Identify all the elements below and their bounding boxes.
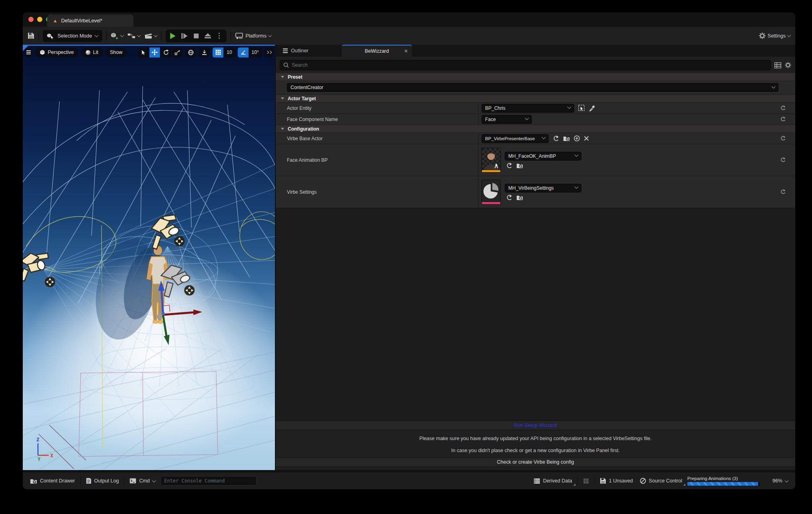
section-preset[interactable]: Preset [276, 73, 795, 81]
search-box[interactable] [280, 60, 771, 70]
blueprint-node-icon [127, 33, 135, 39]
task-label: Preparing Animations (3) [687, 476, 760, 481]
add-actor-button[interactable] [111, 32, 123, 39]
background-task[interactable]: Preparing Animations (3) [687, 476, 760, 486]
eyedropper-icon[interactable] [589, 105, 595, 111]
chevron-down-icon [95, 33, 99, 37]
derived-data-button[interactable]: Derived Data [532, 478, 574, 484]
face-animation-row: Face Animation BP [276, 144, 795, 176]
console-command-input[interactable] [164, 478, 253, 484]
grid-snap-value: 10 [223, 48, 235, 58]
settings-dropdown[interactable]: Settings [759, 32, 790, 39]
reset-to-default-icon[interactable] [780, 117, 786, 122]
actor-entity-label: Actor Entity [276, 103, 479, 113]
section-configuration[interactable]: Configuration [276, 125, 795, 133]
rotation-snap-value: 10° [249, 48, 262, 58]
close-window-button[interactable] [28, 17, 34, 22]
check-create-config-button[interactable]: Check or create Virbe Being config [276, 457, 795, 467]
content-drawer-button[interactable]: Content Drawer [28, 478, 77, 484]
minimize-window-button[interactable] [37, 17, 42, 22]
viewport-menu-button[interactable] [25, 48, 32, 58]
virbe-base-actor-dropdown[interactable]: BP_VirbePresenterBase [482, 134, 549, 143]
move-pad-icon[interactable] [184, 285, 195, 296]
scale-tool-button[interactable] [172, 48, 182, 58]
preset-dropdown[interactable]: ContentCreator [287, 83, 778, 92]
cmd-dropdown[interactable]: Cmd [128, 478, 157, 484]
chevron-down-icon [787, 33, 791, 37]
grid-snap-control[interactable]: 10 [213, 48, 235, 58]
view-mode-selector[interactable]: Lit [81, 48, 103, 58]
browse-to-asset-icon[interactable] [563, 135, 570, 141]
stop-icon [194, 34, 199, 38]
show-menu[interactable]: Show [105, 48, 127, 58]
search-input[interactable] [292, 62, 767, 68]
derived-data-icon [533, 478, 540, 484]
transform-tools: 10 10° [138, 48, 262, 58]
toolbar-divider [161, 31, 161, 41]
level-tab[interactable]: ▲ DefaultVirbeLevel* [47, 14, 133, 27]
use-selected-asset-icon[interactable] [506, 163, 512, 169]
pick-actor-icon[interactable] [578, 105, 585, 111]
platforms-dropdown[interactable]: Platforms [235, 33, 271, 39]
actor-entity-dropdown[interactable]: BP_Chris [482, 104, 574, 113]
perspective-selector[interactable]: Perspective [35, 48, 78, 58]
use-selected-asset-icon[interactable] [553, 135, 559, 141]
selection-mode-dropdown[interactable]: Selection Mode [43, 30, 102, 42]
tab-bewizzard[interactable]: BeWizzard ✕ [342, 45, 412, 57]
move-pad-icon[interactable] [45, 277, 55, 287]
output-log-button[interactable]: Output Log [84, 478, 121, 484]
source-control-button[interactable]: Source Control [638, 478, 684, 484]
blueprints-button[interactable] [127, 33, 140, 39]
use-selected-asset-icon[interactable] [506, 194, 512, 200]
save-button[interactable] [28, 32, 34, 39]
lit-label: Lit [93, 50, 98, 55]
unsaved-button[interactable]: 1 Unsaved [598, 478, 635, 484]
insights-button[interactable] [581, 478, 591, 484]
reset-to-default-icon[interactable] [780, 189, 786, 194]
display-options-icon[interactable] [774, 62, 781, 68]
cinematics-button[interactable] [144, 33, 157, 39]
reset-to-default-icon[interactable] [780, 136, 786, 141]
frame-skip-button[interactable] [179, 30, 190, 42]
level-viewport[interactable]: Z X Y Perspective Lit Show [23, 45, 275, 470]
viewport-3d-scene[interactable]: Z X Y [23, 45, 275, 470]
eject-button[interactable] [202, 30, 213, 42]
collapse-triangle-icon [281, 76, 284, 78]
select-tool-button[interactable] [138, 48, 149, 58]
move-tool-button[interactable] [149, 48, 160, 58]
vertical-dots-icon [219, 33, 220, 39]
api-config-note-1: Please make sure you have already update… [276, 436, 795, 441]
browse-to-asset-icon[interactable] [516, 163, 523, 169]
run-setup-wizzard-button[interactable]: Run Setup Wizzard [276, 421, 795, 430]
face-animation-thumbnail[interactable] [482, 148, 501, 173]
face-animation-dropdown[interactable]: MH_FaceOK_AnimBP [505, 152, 581, 161]
clear-asset-icon[interactable] [584, 136, 589, 141]
add-asset-icon[interactable] [574, 135, 580, 141]
reset-to-default-icon[interactable] [780, 157, 786, 163]
stop-button[interactable] [190, 30, 202, 42]
globe-icon [188, 50, 194, 56]
virbe-settings-thumbnail[interactable] [482, 180, 501, 204]
virbe-settings-dropdown[interactable]: MH_VirBeingSettings [505, 184, 581, 193]
section-actor-target[interactable]: Actor Target [276, 95, 795, 103]
face-component-dropdown[interactable]: Face [482, 115, 532, 124]
browse-to-asset-icon[interactable] [516, 194, 523, 200]
close-tab-icon[interactable]: ✕ [404, 48, 408, 54]
bewizzard-panel-body: Preset ContentCreator Actor Target Actor… [276, 57, 795, 470]
world-space-toggle[interactable] [185, 48, 196, 58]
editor-scale-dropdown[interactable]: 96% [771, 478, 790, 484]
rotation-snap-control[interactable]: 10° [238, 48, 262, 58]
surface-snap-button[interactable] [199, 48, 209, 58]
tab-outliner[interactable]: Outliner [279, 45, 312, 57]
toolbar-overflow-button[interactable] [265, 48, 273, 58]
eject-icon [205, 33, 211, 38]
reset-to-default-icon[interactable] [780, 105, 786, 111]
viewport-focus-border [23, 45, 275, 46]
move-pad-icon[interactable] [174, 236, 185, 246]
panel-settings-gear-icon[interactable] [785, 62, 791, 68]
play-button[interactable] [167, 30, 179, 42]
play-options-button[interactable] [213, 30, 225, 42]
task-progress-track [687, 482, 760, 486]
console-command-box[interactable] [161, 476, 257, 486]
rotate-tool-button[interactable] [161, 48, 171, 58]
